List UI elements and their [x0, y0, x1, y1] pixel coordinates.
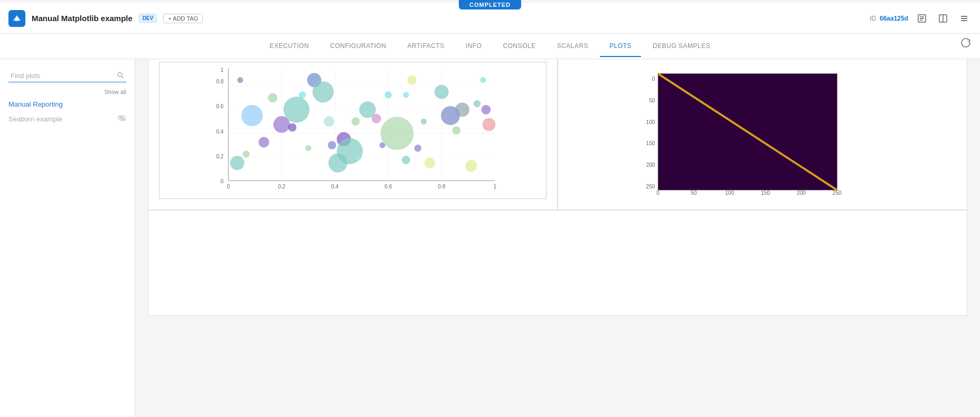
bubble-chart: 0 0.2 0.4 0.6 0.8 1 0 0.2 0.4 0.6 0.8 1 — [159, 62, 546, 199]
svg-text:0.6: 0.6 — [216, 103, 223, 109]
dev-badge: DEV — [139, 14, 157, 23]
svg-point-50 — [352, 117, 360, 126]
add-tag-button[interactable]: + ADD TAG — [163, 14, 203, 23]
svg-text:250: 250 — [833, 190, 842, 196]
plots-grid: Just a plot - Iteration 0 0 0.2 0.4 0.6 … — [148, 36, 967, 316]
svg-line-11 — [122, 77, 124, 79]
svg-point-70 — [483, 118, 496, 131]
svg-text:0: 0 — [656, 190, 659, 196]
tab-artifacts[interactable]: ARTIFACTS — [398, 36, 454, 57]
svg-point-40 — [284, 97, 309, 122]
id-value: 66aa125d — [880, 15, 908, 22]
nav-tabs: EXECUTION CONFIGURATION ARTIFACTS INFO C… — [0, 34, 980, 59]
svg-point-41 — [299, 91, 306, 98]
svg-text:100: 100 — [646, 119, 655, 125]
refresh-button[interactable] — [960, 37, 972, 51]
svg-text:0: 0 — [221, 178, 224, 184]
empty-section — [148, 210, 967, 316]
split-view-icon-button[interactable] — [936, 11, 950, 26]
svg-point-55 — [385, 91, 392, 98]
svg-point-62 — [435, 85, 449, 99]
svg-text:0: 0 — [227, 184, 230, 189]
add-tag-label: + ADD TAG — [168, 15, 198, 22]
svg-point-57 — [402, 156, 410, 164]
svg-text:50: 50 — [649, 98, 655, 103]
menu-icon-button[interactable] — [957, 11, 972, 26]
completed-badge: COMPLETED — [459, 0, 521, 10]
header-left: Manual Matplotlib example DEV + ADD TAG — [8, 10, 870, 27]
svg-point-53 — [372, 114, 381, 124]
sidebar-item-seaborn-example[interactable]: Seaborn example — [0, 111, 135, 127]
svg-text:0.8: 0.8 — [438, 184, 445, 189]
image-plot-card: Manual Reporting/Image plot - Iteration … — [558, 36, 967, 210]
svg-point-58 — [407, 75, 417, 85]
svg-point-49 — [337, 138, 363, 164]
svg-point-66 — [465, 160, 477, 172]
svg-text:1: 1 — [493, 184, 496, 189]
svg-point-69 — [481, 105, 491, 115]
svg-point-56 — [381, 117, 414, 150]
sidebar-item-manual-reporting[interactable]: Manual Reporting — [0, 97, 135, 111]
svg-text:0.4: 0.4 — [331, 184, 338, 189]
svg-point-61 — [425, 158, 435, 168]
svg-text:100: 100 — [725, 190, 734, 196]
svg-text:0.2: 0.2 — [278, 184, 285, 189]
svg-point-46 — [328, 141, 336, 149]
header-right: ID 66aa125d — [870, 11, 972, 26]
tab-plots[interactable]: PLOTS — [600, 36, 641, 57]
show-all-row: Show all — [0, 87, 135, 97]
bubble-plot-card: Just a plot - Iteration 0 0 0.2 0.4 0.6 … — [148, 36, 558, 210]
svg-text:150: 150 — [646, 140, 655, 146]
svg-point-39 — [288, 124, 297, 132]
tab-scalars[interactable]: SCALARS — [548, 36, 598, 57]
svg-point-10 — [118, 73, 122, 77]
svg-point-71 — [230, 156, 244, 170]
svg-point-51 — [356, 154, 362, 160]
eye-slash-icon — [118, 115, 126, 124]
tab-debug-samples[interactable]: DEBUG SAMPLES — [643, 36, 720, 57]
id-badge: ID 66aa125d — [870, 15, 908, 22]
svg-point-67 — [474, 100, 480, 107]
show-all-link[interactable]: Show all — [104, 89, 126, 95]
id-label: ID — [870, 15, 876, 22]
svg-point-65 — [455, 102, 469, 117]
svg-text:0.2: 0.2 — [216, 154, 223, 159]
svg-text:0: 0 — [652, 76, 655, 82]
svg-text:0.6: 0.6 — [384, 184, 392, 189]
svg-point-68 — [480, 77, 486, 83]
svg-text:200: 200 — [646, 162, 655, 168]
svg-text:150: 150 — [761, 190, 770, 196]
svg-point-37 — [268, 93, 278, 102]
svg-text:0.4: 0.4 — [216, 129, 223, 135]
svg-point-73 — [242, 150, 249, 157]
search-input[interactable] — [8, 70, 126, 82]
app-title: Manual Matplotlib example — [32, 14, 133, 23]
svg-point-75 — [403, 92, 409, 98]
tab-execution[interactable]: EXECUTION — [260, 36, 319, 57]
svg-point-36 — [241, 105, 262, 126]
svg-text:50: 50 — [691, 190, 697, 196]
tab-configuration[interactable]: CONFIGURATION — [321, 36, 395, 57]
app-icon — [8, 10, 25, 27]
svg-point-60 — [421, 119, 427, 125]
sidebar-item-label: Seaborn example — [8, 115, 62, 123]
svg-text:0.8: 0.8 — [216, 79, 223, 84]
svg-rect-0 — [15, 18, 18, 21]
svg-text:250: 250 — [646, 184, 655, 189]
svg-point-44 — [313, 81, 334, 102]
svg-point-74 — [259, 137, 269, 147]
svg-point-45 — [324, 116, 334, 127]
svg-text:200: 200 — [797, 190, 806, 196]
svg-point-59 — [414, 145, 421, 151]
sidebar: Show all Manual Reporting Seaborn exampl… — [0, 59, 135, 328]
svg-text:1: 1 — [221, 67, 224, 73]
image-plot: 0 50 100 150 200 250 0 50 100 150 200 25… — [569, 62, 956, 199]
svg-point-42 — [305, 145, 311, 151]
svg-point-72 — [237, 77, 243, 83]
search-icon — [117, 72, 124, 81]
tab-info[interactable]: INFO — [456, 36, 492, 57]
notes-icon-button[interactable] — [915, 11, 929, 26]
search-container — [0, 65, 135, 87]
tab-console[interactable]: CONSOLE — [493, 36, 545, 57]
svg-point-64 — [452, 126, 460, 135]
